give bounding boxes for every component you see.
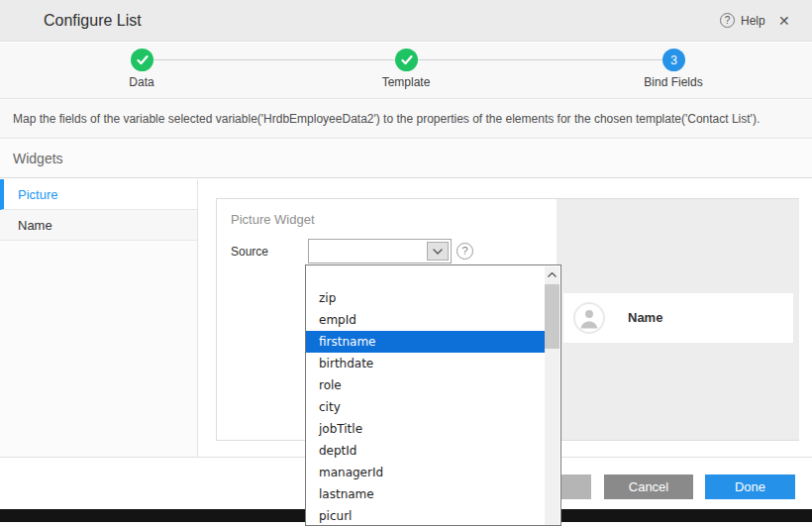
dropdown-option-empty[interactable]: [306, 265, 545, 287]
help-icon[interactable]: ?: [720, 13, 735, 28]
sidebar-item-picture[interactable]: Picture: [0, 179, 197, 210]
source-help-icon[interactable]: ?: [457, 243, 473, 260]
done-button[interactable]: Done: [705, 474, 795, 499]
dialog-header: Configure List ? Help ✕: [0, 0, 812, 42]
source-dropdown-list: zip empId firstname birthdate role city …: [305, 264, 561, 526]
step-data-label: Data: [82, 75, 201, 89]
dropdown-option[interactable]: zip: [306, 287, 545, 309]
widgets-bar: Widgets: [0, 140, 812, 178]
person-icon: [575, 304, 603, 332]
avatar: [573, 302, 605, 334]
close-icon[interactable]: ✕: [778, 0, 790, 42]
help-button[interactable]: Help: [741, 0, 765, 42]
step-data-check-icon[interactable]: [131, 49, 153, 71]
preview-name-label: Name: [628, 293, 662, 343]
dropdown-option[interactable]: lastname: [306, 483, 545, 505]
dropdown-option[interactable]: managerId: [306, 462, 545, 483]
scroll-up-button[interactable]: [545, 266, 559, 282]
caret-up-icon: [548, 272, 557, 277]
template-preview: Name: [557, 199, 799, 440]
dropdown-option[interactable]: picurl: [306, 505, 545, 526]
mapping-description: Map the fields of the variable selected …: [13, 100, 760, 138]
description-bar: Map the fields of the variable selected …: [0, 100, 812, 139]
dialog-title: Configure List: [44, 0, 142, 42]
panel-title: Picture Widget: [231, 212, 315, 227]
dropdown-option-highlighted[interactable]: firstname: [306, 331, 545, 353]
dropdown-scrollbar[interactable]: [545, 266, 559, 525]
dropdown-option[interactable]: role: [306, 374, 545, 396]
dropdown-option[interactable]: jobTitle: [306, 418, 545, 440]
chevron-down-icon: [433, 249, 443, 255]
select-dropdown-button[interactable]: [427, 242, 449, 261]
sidebar-item-name[interactable]: Name: [0, 210, 197, 241]
check-icon: [401, 55, 413, 65]
cancel-button[interactable]: Cancel: [604, 474, 693, 499]
widgets-heading: Widgets: [13, 140, 63, 177]
sidebar-item-name-label: Name: [18, 218, 52, 233]
sidebar-item-picture-label: Picture: [18, 187, 57, 202]
preview-card: Name: [563, 293, 793, 343]
dropdown-option[interactable]: birthdate: [306, 353, 545, 374]
dropdown-option[interactable]: city: [306, 396, 545, 418]
dropdown-option[interactable]: empId: [306, 309, 545, 331]
step-bind-fields-label: Bind Fields: [614, 75, 733, 89]
step-bind-fields-number[interactable]: 3: [662, 49, 685, 71]
dropdown-options: zip empId firstname birthdate role city …: [306, 265, 545, 526]
check-icon: [137, 55, 149, 65]
source-label: Source: [231, 245, 268, 259]
source-select[interactable]: [308, 239, 452, 263]
step-template-label: Template: [347, 75, 465, 89]
step-template-check-icon[interactable]: [395, 49, 418, 71]
widgets-sidebar: Picture Name: [0, 179, 198, 457]
scrollbar-thumb[interactable]: [545, 284, 559, 349]
stepper: Data Template 3 Bind Fields: [0, 43, 812, 99]
dropdown-option[interactable]: deptId: [306, 440, 545, 462]
configure-list-dialog: Configure List ? Help ✕ Data Template 3 …: [0, 0, 812, 526]
